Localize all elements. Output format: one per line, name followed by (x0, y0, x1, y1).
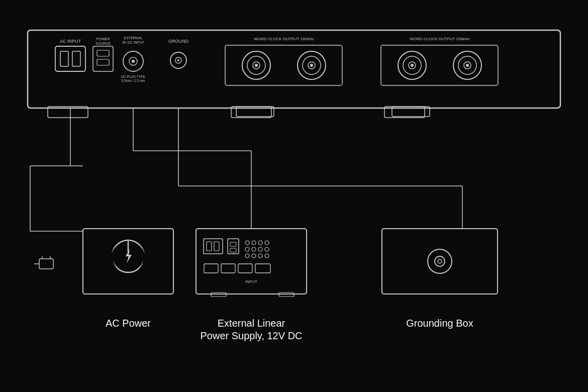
svg-point-72 (252, 241, 256, 245)
svg-point-91 (428, 249, 452, 273)
svg-rect-69 (230, 242, 236, 246)
svg-text:WORD CLOCK OUTPUT 192kHz: WORD CLOCK OUTPUT 192kHz (254, 37, 314, 41)
svg-rect-6 (60, 51, 68, 66)
svg-rect-84 (221, 264, 235, 273)
svg-point-80 (265, 241, 269, 245)
svg-rect-83 (204, 264, 218, 273)
svg-point-29 (255, 64, 258, 67)
svg-point-74 (245, 247, 249, 251)
svg-point-73 (258, 241, 262, 245)
svg-rect-90 (382, 229, 498, 294)
main-scene: AC INPUT POWER SOURCE EXTERNAL 9V DC INP… (0, 0, 588, 392)
svg-text:5.5mm / 2.5 mm: 5.5mm / 2.5 mm (122, 79, 145, 82)
svg-point-17 (132, 60, 135, 63)
svg-rect-67 (214, 242, 219, 251)
svg-text:POWER: POWER (96, 37, 110, 41)
svg-rect-11 (97, 50, 109, 56)
svg-point-82 (265, 254, 269, 258)
svg-rect-66 (207, 242, 212, 251)
svg-point-92 (435, 256, 445, 266)
svg-rect-12 (97, 59, 109, 65)
svg-point-79 (258, 254, 262, 258)
svg-point-77 (245, 254, 249, 258)
svg-point-40 (411, 64, 414, 67)
svg-rect-85 (238, 264, 252, 273)
svg-rect-61 (83, 229, 173, 294)
svg-text:EXTERNAL: EXTERNAL (124, 36, 143, 40)
external-psu-label-line2: Power Supply, 12V DC (200, 330, 302, 341)
svg-point-81 (265, 247, 269, 251)
svg-point-71 (245, 241, 249, 245)
svg-text:9V DC INPUT: 9V DC INPUT (122, 41, 144, 44)
svg-text:SOURCE: SOURCE (95, 42, 111, 45)
ac-power-label: AC Power (106, 318, 151, 329)
svg-point-44 (466, 64, 469, 67)
svg-text:AC INPUT: AC INPUT (60, 39, 81, 44)
svg-text:INPUT: INPUT (245, 279, 257, 284)
svg-rect-7 (72, 51, 80, 66)
svg-text:WORD CLOCK OUTPUT 256kHz: WORD CLOCK OUTPUT 256kHz (410, 37, 469, 41)
svg-point-75 (252, 247, 256, 251)
svg-point-76 (258, 247, 262, 251)
diagram-svg: AC INPUT POWER SOURCE EXTERNAL 9V DC INP… (0, 0, 588, 392)
svg-point-93 (438, 259, 442, 263)
svg-text:DC PLUG TYPE: DC PLUG TYPE (121, 75, 145, 78)
svg-rect-70 (230, 248, 236, 252)
svg-rect-57 (39, 259, 53, 269)
svg-point-78 (252, 254, 256, 258)
grounding-box-label: Grounding Box (406, 318, 473, 329)
svg-point-33 (310, 64, 313, 67)
svg-rect-5 (55, 46, 85, 71)
external-psu-label-line1: External Linear (218, 318, 285, 329)
svg-point-23 (177, 59, 179, 61)
svg-rect-86 (255, 264, 270, 273)
svg-text:GROUND: GROUND (168, 39, 188, 44)
